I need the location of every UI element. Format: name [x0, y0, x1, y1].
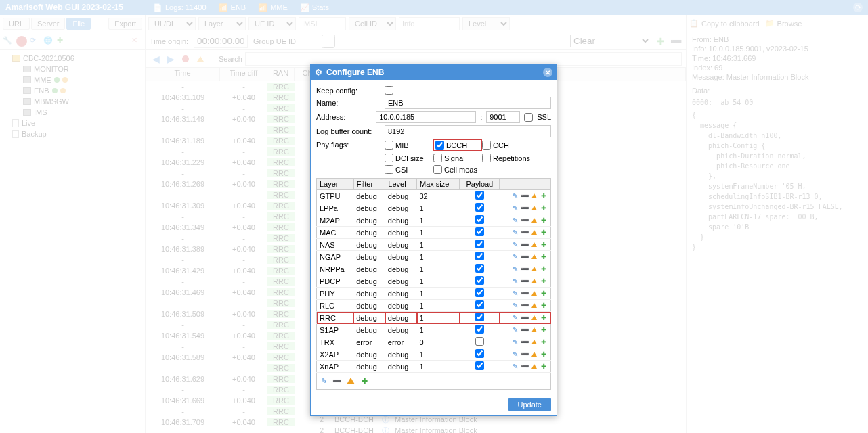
- payload-checkbox[interactable]: [475, 313, 484, 321]
- row-add-icon[interactable]: ✚: [540, 216, 548, 225]
- row-add-icon[interactable]: ✚: [540, 241, 548, 249]
- row-remove-icon[interactable]: ➖: [521, 302, 529, 310]
- dialog-header[interactable]: ⚙ Configure ENB ✕: [311, 65, 557, 80]
- phy-flag-cell-meas[interactable]: Cell meas: [433, 165, 482, 174]
- row-remove-icon[interactable]: ➖: [521, 326, 529, 334]
- ssl-checkbox[interactable]: [524, 113, 533, 122]
- row-remove-icon[interactable]: ➖: [521, 277, 529, 286]
- row-edit-icon[interactable]: ✎: [511, 290, 519, 298]
- payload-checkbox[interactable]: [475, 227, 484, 236]
- payload-checkbox[interactable]: [475, 337, 484, 346]
- row-remove-icon[interactable]: ➖: [521, 229, 529, 237]
- row-warn-icon[interactable]: [530, 265, 538, 273]
- row-remove-icon[interactable]: ➖: [521, 192, 529, 200]
- buffer-input[interactable]: [385, 125, 551, 137]
- row-warn-icon[interactable]: [530, 314, 538, 322]
- phy-flag-checkbox[interactable]: [433, 154, 442, 162]
- footer-add-icon[interactable]: ✚: [359, 375, 370, 386]
- row-edit-icon[interactable]: ✎: [511, 314, 519, 322]
- layer-row[interactable]: RRCdebugdebug1✎➖✚: [317, 312, 551, 324]
- row-add-icon[interactable]: ✚: [540, 338, 548, 346]
- row-edit-icon[interactable]: ✎: [511, 192, 519, 200]
- phy-flag-checkbox[interactable]: [385, 141, 393, 150]
- footer-warn-icon[interactable]: [345, 375, 356, 386]
- layer-row[interactable]: MACdebugdebug1✎➖✚: [317, 227, 551, 239]
- payload-checkbox[interactable]: [475, 215, 484, 224]
- phy-flag-mib[interactable]: MIB: [385, 139, 433, 151]
- phy-flag-repetitions[interactable]: Repetitions: [482, 154, 531, 162]
- port-input[interactable]: [486, 111, 520, 123]
- payload-checkbox[interactable]: [475, 252, 484, 260]
- name-input[interactable]: [385, 97, 551, 109]
- phy-flag-signal[interactable]: Signal: [433, 154, 482, 162]
- layer-row[interactable]: GTPUdebugdebug32✎➖✚: [317, 190, 551, 202]
- payload-checkbox[interactable]: [475, 288, 484, 297]
- row-edit-icon[interactable]: ✎: [511, 216, 519, 225]
- row-add-icon[interactable]: ✚: [540, 265, 548, 273]
- update-button[interactable]: Update: [508, 398, 551, 411]
- dialog-close-icon[interactable]: ✕: [543, 68, 552, 77]
- row-remove-icon[interactable]: ➖: [521, 290, 529, 298]
- row-warn-icon[interactable]: [530, 326, 538, 334]
- row-edit-icon[interactable]: ✎: [511, 253, 519, 261]
- phy-flag-checkbox[interactable]: [385, 154, 393, 162]
- phy-flag-bcch[interactable]: BCCH: [433, 139, 482, 151]
- row-edit-icon[interactable]: ✎: [511, 229, 519, 237]
- row-warn-icon[interactable]: [530, 229, 538, 237]
- row-edit-icon[interactable]: ✎: [511, 363, 519, 371]
- phy-flag-checkbox[interactable]: [433, 165, 442, 174]
- row-warn-icon[interactable]: [530, 216, 538, 225]
- row-warn-icon[interactable]: [530, 277, 538, 286]
- payload-checkbox[interactable]: [475, 300, 484, 309]
- row-remove-icon[interactable]: ➖: [521, 350, 529, 359]
- row-warn-icon[interactable]: [530, 241, 538, 249]
- layer-row[interactable]: PDCPdebugdebug1✎➖✚: [317, 275, 551, 288]
- row-edit-icon[interactable]: ✎: [511, 204, 519, 212]
- row-edit-icon[interactable]: ✎: [511, 241, 519, 249]
- row-add-icon[interactable]: ✚: [540, 350, 548, 359]
- layer-row[interactable]: NGAPdebugdebug1✎➖✚: [317, 251, 551, 263]
- payload-checkbox[interactable]: [475, 191, 484, 200]
- row-add-icon[interactable]: ✚: [540, 253, 548, 261]
- row-remove-icon[interactable]: ➖: [521, 204, 529, 212]
- row-warn-icon[interactable]: [530, 302, 538, 310]
- phy-flag-checkbox[interactable]: [385, 165, 393, 174]
- payload-checkbox[interactable]: [475, 264, 484, 273]
- row-add-icon[interactable]: ✚: [540, 326, 548, 334]
- layer-row[interactable]: TRXerrorerror0✎➖✚: [317, 336, 551, 348]
- phy-flag-csi[interactable]: CSI: [385, 165, 433, 174]
- phy-flag-cch[interactable]: CCH: [482, 139, 531, 151]
- payload-checkbox[interactable]: [475, 240, 484, 248]
- row-add-icon[interactable]: ✚: [540, 204, 548, 212]
- row-warn-icon[interactable]: [530, 290, 538, 298]
- row-remove-icon[interactable]: ➖: [521, 363, 529, 371]
- layer-row[interactable]: LPPadebugdebug1✎➖✚: [317, 202, 551, 214]
- footer-edit-icon[interactable]: ✎: [318, 375, 329, 386]
- layer-row[interactable]: NRPPadebugdebug1✎➖✚: [317, 263, 551, 275]
- row-warn-icon[interactable]: [530, 363, 538, 371]
- row-edit-icon[interactable]: ✎: [511, 265, 519, 273]
- payload-checkbox[interactable]: [475, 203, 484, 212]
- payload-checkbox[interactable]: [475, 349, 484, 358]
- phy-flag-dci-size[interactable]: DCI size: [385, 154, 433, 162]
- payload-checkbox[interactable]: [475, 361, 484, 370]
- row-add-icon[interactable]: ✚: [540, 277, 548, 286]
- layer-row[interactable]: S1APdebugdebug1✎➖✚: [317, 324, 551, 336]
- layer-row[interactable]: X2APdebugdebug1✎➖✚: [317, 348, 551, 361]
- layer-row[interactable]: PHYdebugdebug1✎➖✚: [317, 288, 551, 300]
- row-remove-icon[interactable]: ➖: [521, 265, 529, 273]
- footer-remove-icon[interactable]: ➖: [332, 375, 343, 386]
- phy-flag-checkbox[interactable]: [482, 154, 491, 162]
- row-warn-icon[interactable]: [530, 204, 538, 212]
- layer-row[interactable]: RLCdebugdebug1✎➖✚: [317, 300, 551, 312]
- phy-flag-checkbox[interactable]: [435, 141, 444, 150]
- phy-flag-checkbox[interactable]: [482, 141, 491, 150]
- row-edit-icon[interactable]: ✎: [511, 338, 519, 346]
- row-edit-icon[interactable]: ✎: [511, 302, 519, 310]
- row-remove-icon[interactable]: ➖: [521, 216, 529, 225]
- row-add-icon[interactable]: ✚: [540, 302, 548, 310]
- row-add-icon[interactable]: ✚: [540, 363, 548, 371]
- row-remove-icon[interactable]: ➖: [521, 241, 529, 249]
- row-warn-icon[interactable]: [530, 350, 538, 359]
- row-edit-icon[interactable]: ✎: [511, 326, 519, 334]
